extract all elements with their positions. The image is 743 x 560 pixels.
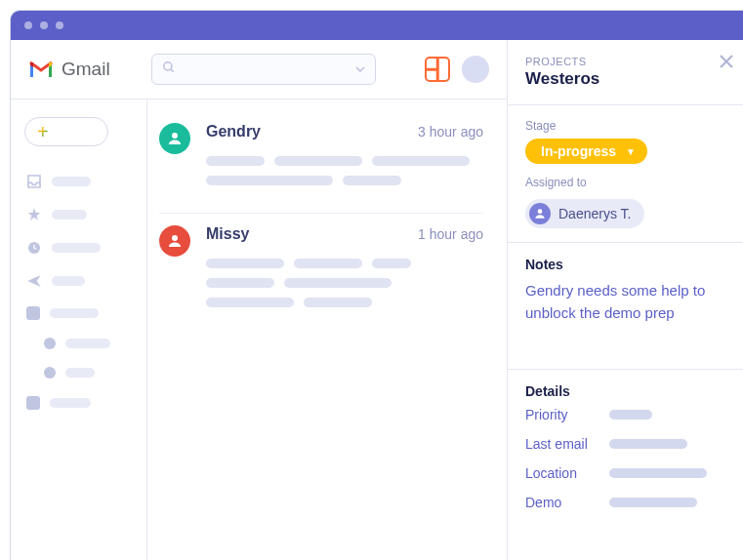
- svg-point-3: [172, 133, 178, 139]
- detail-row: Last email: [525, 436, 734, 452]
- email-content: Gendry 3 hour ago: [206, 123, 483, 185]
- window-dot[interactable]: [56, 21, 63, 29]
- sidebar-item-sub[interactable]: [24, 332, 133, 355]
- panel-section-label: PROJECTS: [525, 56, 734, 67]
- panel-details: Details Priority Last email Location Dem…: [508, 370, 743, 538]
- email-preview: [206, 259, 483, 307]
- svg-point-5: [538, 209, 543, 214]
- notes-text[interactable]: Gendry needs some help to unblock the de…: [525, 280, 734, 324]
- compose-button[interactable]: +: [24, 117, 108, 146]
- sidebar-item-label: [65, 339, 110, 348]
- clock-icon: [26, 240, 42, 256]
- brand: Gmail: [28, 59, 110, 80]
- panel-meta: Stage In-progress ▼ Assigned to Daenerys…: [508, 105, 743, 243]
- detail-value: [609, 468, 707, 478]
- sidebar-item-label: [52, 210, 87, 220]
- search-icon: [162, 60, 176, 78]
- side-panel: PROJECTS Westeros Stage In-progress ▼ As…: [508, 40, 743, 560]
- detail-row: Location: [525, 465, 734, 481]
- inbox-icon: [26, 174, 42, 189]
- sender-name: Gendry: [206, 123, 261, 140]
- email-row[interactable]: Missy 1 hour ago: [159, 214, 483, 335]
- assignee-chip[interactable]: Daenerys T.: [525, 199, 644, 228]
- detail-label: Demo: [525, 495, 596, 510]
- dot-icon: [44, 338, 56, 349]
- sender-name: Missy: [206, 225, 249, 243]
- sidebar-item-inbox[interactable]: [24, 168, 133, 195]
- main-area: Gmail +: [11, 40, 508, 560]
- assignee-name: Daenerys T.: [558, 206, 631, 221]
- panel-header: PROJECTS Westeros: [508, 40, 743, 105]
- email-row[interactable]: Gendry 3 hour ago: [159, 111, 483, 214]
- star-icon: [26, 207, 42, 222]
- app-window: Gmail +: [10, 10, 743, 560]
- dot-icon: [44, 367, 56, 379]
- person-icon: [529, 203, 551, 224]
- window-dot[interactable]: [24, 21, 32, 29]
- detail-value: [609, 498, 697, 507]
- detail-value: [609, 439, 687, 449]
- plus-icon: +: [37, 121, 49, 143]
- topbar: Gmail: [11, 40, 507, 100]
- email-time: 3 hour ago: [418, 124, 483, 140]
- sidebar-item-label: [50, 398, 91, 408]
- sidebar-item-category[interactable]: [24, 300, 133, 326]
- user-avatar[interactable]: [462, 56, 489, 83]
- brand-text: Gmail: [62, 59, 110, 80]
- sidebar-item-label: [65, 368, 95, 378]
- detail-label: Last email: [525, 436, 596, 452]
- svg-point-0: [163, 62, 171, 70]
- stage-value: In-progress: [541, 143, 616, 159]
- svg-point-4: [172, 235, 178, 241]
- stage-dropdown[interactable]: In-progress ▼: [525, 139, 647, 164]
- email-content: Missy 1 hour ago: [206, 225, 483, 307]
- detail-row: Priority: [525, 407, 734, 422]
- panel-title: Westeros: [525, 69, 734, 89]
- sidebar-item-sub[interactable]: [24, 361, 133, 384]
- dashboard-icon[interactable]: [425, 57, 450, 82]
- topbar-actions: [425, 56, 489, 83]
- notes-label: Notes: [525, 257, 734, 272]
- stage-label: Stage: [525, 119, 734, 133]
- window-dot[interactable]: [40, 21, 48, 29]
- gmail-logo-icon: [28, 60, 54, 79]
- sidebar: +: [11, 100, 147, 560]
- search-input[interactable]: [151, 54, 376, 85]
- panel-notes: Notes Gendry needs some help to unblock …: [508, 243, 743, 370]
- detail-value: [609, 410, 652, 420]
- sidebar-item-starred[interactable]: [24, 201, 133, 228]
- sender-avatar-icon: [159, 123, 190, 154]
- title-bar: [11, 11, 743, 40]
- sidebar-item-label: [52, 177, 91, 186]
- content-area: +: [11, 100, 507, 560]
- close-icon[interactable]: [719, 54, 736, 71]
- app-body: Gmail +: [11, 40, 743, 560]
- details-label: Details: [525, 383, 734, 399]
- sidebar-item-sent[interactable]: [24, 267, 133, 295]
- square-icon: [26, 306, 40, 320]
- square-icon: [26, 396, 40, 410]
- sidebar-item-label: [52, 243, 101, 253]
- email-preview: [206, 156, 483, 185]
- assigned-label: Assigned to: [525, 176, 734, 189]
- detail-label: Priority: [525, 407, 596, 422]
- send-icon: [26, 273, 42, 289]
- sender-avatar-icon: [159, 225, 190, 257]
- chevron-down-icon: ▼: [626, 146, 636, 157]
- sidebar-item-label: [52, 276, 85, 286]
- svg-line-1: [170, 69, 173, 72]
- email-time: 1 hour ago: [418, 226, 483, 242]
- chevron-down-icon: [355, 60, 365, 78]
- detail-row: Demo: [525, 495, 734, 510]
- sidebar-item-snoozed[interactable]: [24, 234, 133, 261]
- sidebar-item-category[interactable]: [24, 390, 133, 416]
- email-list: Gendry 3 hour ago: [147, 100, 507, 560]
- sidebar-item-label: [50, 308, 99, 318]
- detail-label: Location: [525, 465, 596, 481]
